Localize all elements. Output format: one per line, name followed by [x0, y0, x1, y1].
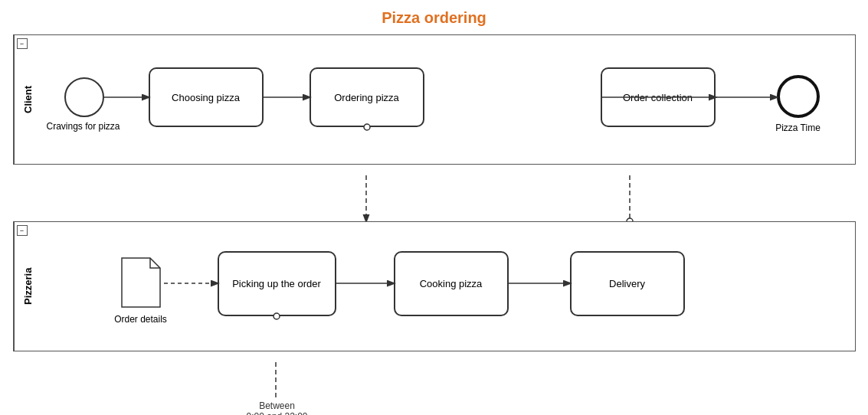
pizzeria-swim-lane: − Pizzeria Order details Picking up the …: [13, 221, 856, 351]
end-label: Pizza Time: [768, 123, 829, 133]
pizzeria-minimize-btn[interactable]: −: [17, 225, 28, 236]
client-lane-content: Cravings for pizza Choosing pizza Orderi…: [41, 35, 855, 165]
client-minimize-btn[interactable]: −: [17, 38, 28, 49]
bottom-svg: [13, 362, 856, 415]
client-lane-label: Client: [14, 35, 41, 164]
start-label: Cravings for pizza: [45, 121, 122, 132]
pizzeria-lane-content: Order details Picking up the order Cooki…: [41, 222, 855, 352]
pizzeria-lane-label: Pizzeria: [14, 222, 41, 351]
order-details-doc: [118, 257, 164, 309]
annotation-line2: 9:00 and 22:00: [246, 411, 307, 415]
delivery-node: Delivery: [570, 251, 685, 316]
annotation-line1: Between: [259, 400, 295, 411]
bottom-area: Between 9:00 and 22:00: [13, 362, 856, 415]
page-title: Pizza ordering: [0, 0, 868, 27]
client-swim-lane: − Client Cravings for pizza Choosing piz…: [13, 34, 856, 165]
pickup-order-node: Picking up the order: [218, 251, 336, 316]
cooking-pizza-node: Cooking pizza: [394, 251, 509, 316]
start-circle: [64, 77, 104, 117]
end-circle: [777, 75, 820, 118]
choosing-pizza-node: Choosing pizza: [149, 67, 264, 127]
annotation-text: Between 9:00 and 22:00: [243, 400, 312, 415]
ordering-pizza-node: Ordering pizza: [310, 67, 424, 127]
diagram-area: − Client Cravings for pizza Choosing piz…: [13, 34, 856, 415]
connector-svg: [13, 175, 856, 221]
connector-area: [13, 175, 856, 221]
order-details-label: Order details: [106, 314, 175, 325]
order-collection-node: Order collection: [601, 67, 716, 127]
